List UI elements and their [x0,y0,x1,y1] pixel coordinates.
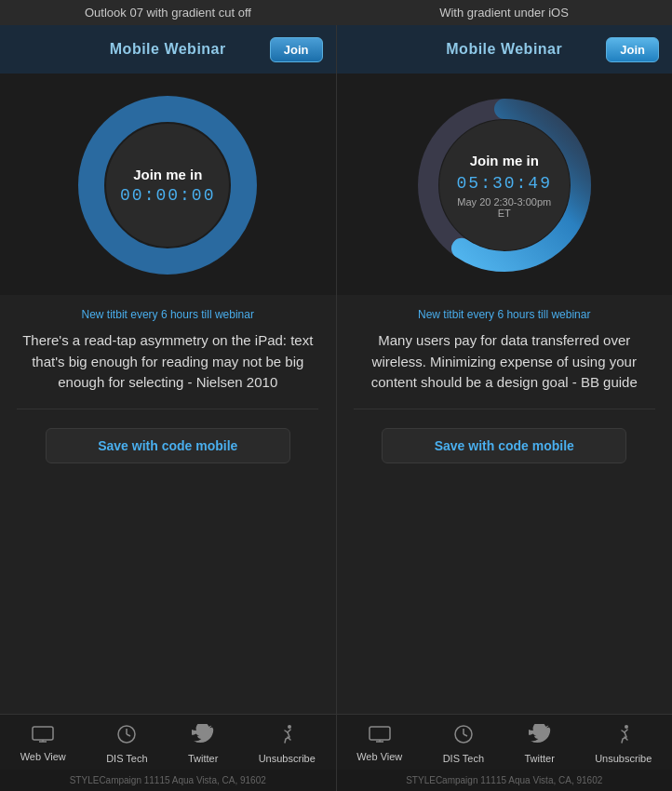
twitter-icon-right [529,724,551,750]
svg-line-17 [464,734,467,736]
circle-area-left: Join me in 00:00:00 [0,74,336,295]
panel-left: Mobile Webinar Join Join me in 00:00:00 … [0,25,337,791]
nav-twitter-left[interactable]: Twitter [188,724,218,764]
monitor-icon-right [369,724,391,748]
twitter-icon-left [192,724,214,750]
clock-icon-right [453,724,474,750]
top-label-right: With gradient under iOS [336,0,672,25]
nav-unsubscribe-right[interactable]: Unsubscribe [595,724,652,764]
divider-right [354,409,655,409]
join-text-left: Join me in [120,167,215,182]
timer-date-right: May 20 2:30-3:00pm ET [457,196,552,219]
circle-right: Join me in 05:30:49 May 20 2:30-3:00pm E… [411,92,598,278]
nav-twitter-label-left: Twitter [188,753,218,764]
panels-container: Mobile Webinar Join Join me in 00:00:00 … [0,25,672,791]
nav-unsubscribe-left[interactable]: Unsubscribe [259,724,316,764]
nav-twitter-label-right: Twitter [524,753,554,764]
nav-unsubscribe-label-left: Unsubscribe [259,753,316,764]
save-section-left: Save with code mobile [0,417,336,475]
nav-unsubscribe-label-right: Unsubscribe [595,753,652,764]
circle-area-right: Join me in 05:30:49 May 20 2:30-3:00pm E… [337,74,673,295]
nav-distech-label-right: DIS Tech [443,753,484,764]
nav-webview-right[interactable]: Web View [356,724,402,764]
join-text-right: Join me in [457,153,552,168]
nav-twitter-right[interactable]: Twitter [524,724,554,764]
save-button-right[interactable]: Save with code mobile [382,428,626,463]
header-left: Mobile Webinar Join [0,25,336,74]
run-icon-left [276,724,297,750]
titbit-label-left: New titbit every 6 hours till webinar [15,308,321,321]
panel-right: Mobile Webinar Join [337,25,673,791]
header-right: Mobile Webinar Join [337,25,673,74]
clock-icon-left [116,724,137,750]
save-button-left[interactable]: Save with code mobile [46,428,290,463]
footer-addr-left: STYLECampaign 11115 Aqua Vista, CA, 9160… [0,770,336,791]
nav-distech-left[interactable]: DIS Tech [106,724,147,764]
footer-nav-left: Web View DIS Tech Twitter Unsubscribe [0,714,336,770]
nav-webview-left[interactable]: Web View [20,724,66,764]
header-title-left: Mobile Webinar [110,41,226,58]
join-button-right[interactable]: Join [606,37,659,62]
divider-left [17,409,318,409]
top-labels: Outlook 07 with gradient cut off With gr… [0,0,672,25]
timer-right: 05:30:49 [457,174,552,193]
run-icon-right [613,724,634,750]
footer-nav-right: Web View DIS Tech Twitter Unsubscribe [337,714,673,770]
timer-left: 00:00:00 [120,186,215,205]
svg-rect-2 [33,727,53,740]
nav-distech-right[interactable]: DIS Tech [443,724,484,764]
titbit-label-right: New titbit every 6 hours till webinar [352,308,658,321]
header-title-right: Mobile Webinar [446,41,562,58]
svg-point-8 [288,725,291,729]
join-button-left[interactable]: Join [270,37,323,62]
circle-left: Join me in 00:00:00 [74,92,261,278]
save-section-right: Save with code mobile [337,417,673,475]
nav-webview-label-left: Web View [20,751,66,762]
titbit-text-right: Many users pay for data transferred over… [352,330,658,394]
top-label-left: Outlook 07 with gradient cut off [0,0,336,25]
titbit-section-right: New titbit every 6 hours till webinar Ma… [337,295,673,401]
monitor-icon-left [32,724,54,748]
svg-point-18 [625,725,628,729]
footer-addr-right: STYLECampaign 11115 Aqua Vista, CA, 9160… [337,770,673,791]
titbit-text-left: There's a read-tap asymmetry on the iPad… [15,330,321,394]
nav-webview-label-right: Web View [356,751,402,762]
svg-line-7 [127,734,130,736]
titbit-section-left: New titbit every 6 hours till webinar Th… [0,295,336,401]
nav-distech-label-left: DIS Tech [106,753,147,764]
svg-rect-12 [370,727,390,740]
